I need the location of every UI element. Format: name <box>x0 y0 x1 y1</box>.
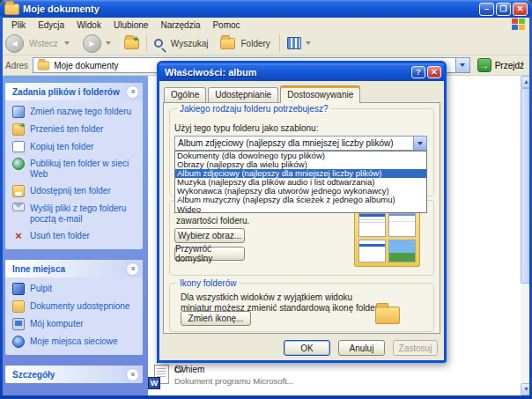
icons-groupbox-legend: Ikony folderów <box>177 278 239 288</box>
address-dropdown-icon[interactable] <box>455 58 469 72</box>
window-titlebar: Moje dokumenty – ❐ ✕ <box>0 0 532 18</box>
restore-default-button[interactable]: Przywróć domyślny <box>174 247 245 261</box>
explorer-window: Moje dokumenty – ❐ ✕ PlikEdycjaWidokUlub… <box>0 0 532 399</box>
current-folder-icon <box>375 307 400 324</box>
minimize-button[interactable]: – <box>479 3 494 16</box>
collapse-chevron-icon[interactable]: » <box>126 262 139 276</box>
panel-title: Inne miejsca <box>12 264 126 274</box>
template-combobox[interactable]: Album zdjęciowy (najlepszy dla mniejszej… <box>174 136 427 151</box>
task-item[interactable]: Zmień nazwę tego folderu <box>12 106 137 118</box>
template-combobox-value: Album zdjęciowy (najlepszy dla mniejszej… <box>175 138 413 148</box>
place-label: Pulpit <box>30 283 52 294</box>
file-row: W CV Dokument programu Microsoft... W <box>148 358 521 395</box>
place-item[interactable]: Mój komputer <box>12 318 137 330</box>
dropdown-option[interactable]: Album muzyczny (najlepszy dla ścieżek z … <box>175 196 426 204</box>
task-label: Wyślij pliki z tego folderu pocztą e-mai… <box>30 203 137 225</box>
icons-groupbox: Ikony folderów Dla wszystkich widoków z … <box>169 283 434 332</box>
panel-file-tasks-header[interactable]: Zadania plików i folderów » <box>5 83 143 100</box>
dialog-close-button[interactable]: ✕ <box>427 66 441 78</box>
expand-chevron-icon[interactable]: » <box>126 368 139 381</box>
windows-logo-icon <box>512 18 526 31</box>
panel-file-tasks: Zadania plików i folderów » Zmień nazwę … <box>5 83 143 249</box>
place-item[interactable]: Pulpit <box>12 283 137 295</box>
apply-button: Zastosuj <box>393 340 438 356</box>
task-icon: × <box>12 230 25 242</box>
panel-title: Zadania plików i folderów <box>12 87 126 97</box>
views-dropdown-icon[interactable] <box>306 41 311 45</box>
task-item[interactable]: Przenieś ten folder <box>12 123 137 136</box>
back-icon[interactable]: ◀ <box>5 34 24 53</box>
folders-label[interactable]: Foldery <box>240 39 270 48</box>
template-groupbox-legend: Jakiego rodzaju folderu potrzebujesz? <box>177 104 330 114</box>
task-icon <box>12 106 25 118</box>
menu-item[interactable]: Ulubione <box>107 19 154 31</box>
dialog-tab[interactable]: Dostosowywanie <box>280 85 360 103</box>
panel-details: Szczegóły » <box>5 366 143 383</box>
dropdown-option[interactable]: Wideo <box>175 205 426 213</box>
dialog-tab[interactable]: Udostępnianie <box>208 87 278 102</box>
task-icon <box>12 185 25 197</box>
back-label[interactable]: Wstecz <box>29 39 58 48</box>
file-type: Dokument programu Microsoft... <box>174 376 294 386</box>
menu-bar: PlikEdycjaWidokUlubioneNarzędziaPomoc <box>0 18 532 32</box>
task-item[interactable]: Kopiuj ten folder <box>12 141 137 152</box>
folders-icon[interactable] <box>220 38 235 49</box>
up-folder-icon[interactable]: ▲ <box>124 38 139 49</box>
file-name: cv niem <box>174 365 294 376</box>
place-label: Dokumenty udostępnione <box>30 300 129 312</box>
task-icon <box>12 203 25 211</box>
window-border <box>0 395 532 399</box>
customize-tab-page: Jakiego rodzaju folderu potrzebujesz? Uż… <box>163 102 440 334</box>
go-label: Przejdź <box>495 61 524 70</box>
forward-dropdown-icon[interactable] <box>106 41 111 45</box>
place-item[interactable]: Dokumenty udostępnione <box>12 300 137 313</box>
file-item[interactable]: W cv niem Dokument programu Microsoft... <box>148 365 294 389</box>
choose-picture-button[interactable]: Wybierz obraz... <box>174 228 245 243</box>
window-border <box>0 16 3 399</box>
place-icon <box>12 283 25 295</box>
menu-item[interactable]: Pomoc <box>206 19 246 31</box>
views-icon[interactable] <box>287 37 301 49</box>
task-label: Usuń ten folder <box>30 230 90 241</box>
place-item[interactable]: Moje miejsca sieciowe <box>12 336 137 348</box>
restore-button[interactable]: ❐ <box>496 3 511 16</box>
task-label: Udostępnij ten folder <box>30 185 111 196</box>
search-icon[interactable] <box>154 39 163 48</box>
collapse-chevron-icon[interactable]: » <box>126 85 139 99</box>
back-dropdown-icon[interactable] <box>64 41 70 45</box>
search-label[interactable]: Wyszukaj <box>171 39 209 48</box>
task-icon <box>12 141 25 152</box>
task-label: Kopiuj ten folder <box>30 141 93 152</box>
ok-button[interactable]: OK <box>284 340 330 356</box>
panel-other-places-header[interactable]: Inne miejsca » <box>5 260 143 277</box>
place-label: Moje miejsca sieciowe <box>30 336 117 347</box>
dialog-titlebar: Właściwości: album ? ✕ <box>159 63 444 81</box>
menu-item[interactable]: Edycja <box>32 19 70 31</box>
panel-details-header[interactable]: Szczegóły » <box>5 366 143 383</box>
forward-icon[interactable]: ▶ <box>83 34 101 53</box>
task-item[interactable]: Wyślij pliki z tego folderu pocztą e-mai… <box>12 203 137 225</box>
place-icon <box>12 318 25 330</box>
place-icon <box>12 300 25 313</box>
menu-item[interactable]: Plik <box>5 19 32 31</box>
window-title: Moje dokumenty <box>23 4 477 14</box>
toolbar-separator <box>279 34 280 52</box>
combobox-dropdown-icon[interactable] <box>413 137 426 150</box>
close-button[interactable]: ✕ <box>513 3 528 16</box>
task-item[interactable]: Publikuj ten folder w sieci Web <box>12 158 137 180</box>
place-icon <box>12 336 25 348</box>
place-label: Mój komputer <box>30 318 84 329</box>
change-icon-button[interactable]: Zmień ikonę... <box>181 311 251 326</box>
panel-title: Szczegóły <box>12 370 126 380</box>
menu-item[interactable]: Widok <box>70 19 107 31</box>
menu-item[interactable]: Narzędzia <box>154 19 206 31</box>
task-icon <box>12 158 25 170</box>
task-item[interactable]: × Usuń ten folder <box>12 230 137 242</box>
template-combo-label: Użyj tego typu folderu jako szablonu: <box>174 123 318 133</box>
help-button[interactable]: ? <box>411 66 425 78</box>
folder-preview-image <box>354 209 420 267</box>
task-item[interactable]: Udostępnij ten folder <box>12 185 137 197</box>
cancel-button[interactable]: Anuluj <box>338 340 385 356</box>
go-button[interactable]: → Przejdź <box>475 58 527 72</box>
dialog-tab[interactable]: Ogólne <box>164 87 206 102</box>
